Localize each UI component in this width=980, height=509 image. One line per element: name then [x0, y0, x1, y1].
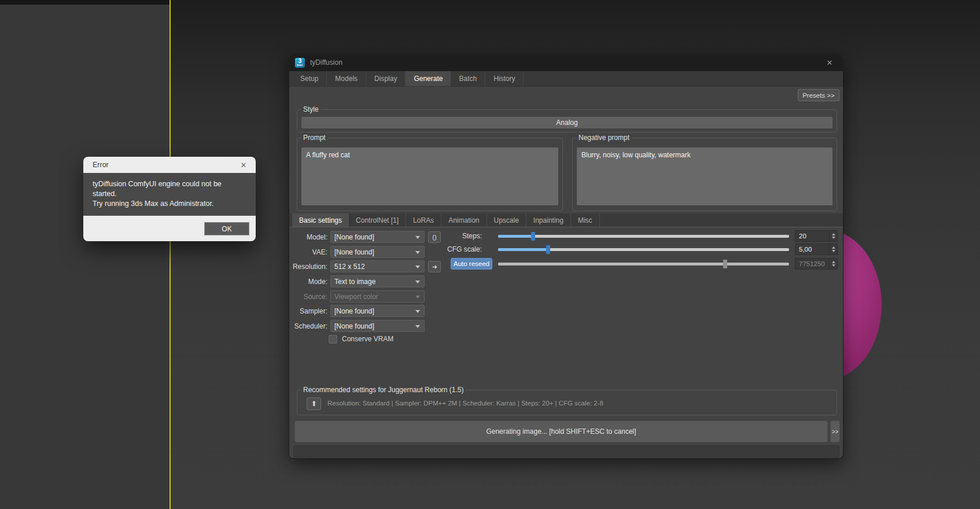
spinner-down-icon — [832, 264, 835, 267]
cfg-scale-label: CFG scale: — [436, 245, 482, 253]
cfg-scale-value: 5,00 — [795, 246, 829, 253]
tab-batch[interactable]: Batch — [451, 71, 485, 86]
prompt-group-label: Prompt — [301, 134, 328, 142]
mode-value: Text to image — [334, 278, 375, 286]
close-icon[interactable]: ✕ — [236, 157, 251, 173]
scheduler-row: Scheduler: [None found] — [290, 320, 425, 332]
scheduler-value: [None found] — [334, 322, 374, 330]
subtab-loras[interactable]: LoRAs — [406, 213, 441, 227]
source-row: Source: Viewport color — [290, 290, 425, 303]
source-label: Source: — [290, 293, 327, 301]
error-dialog-body: tyDiffusion ComfyUI engine could not be … — [83, 173, 256, 216]
error-message-line1: tyDiffusion ComfyUI engine could not be … — [93, 179, 246, 199]
status-expand-button[interactable]: >> — [830, 421, 840, 442]
3ds-max-icon: 3 MAX — [295, 58, 305, 68]
scheduler-label: Scheduler: — [290, 322, 327, 330]
seed-slider — [498, 263, 789, 265]
error-dialog-titlebar[interactable]: Error ✕ — [83, 157, 256, 173]
progress-strip — [293, 445, 839, 458]
mode-row: Mode: Text to image — [290, 275, 425, 287]
chevron-down-icon — [415, 310, 420, 313]
conserve-vram-label: Conserve VRAM — [342, 335, 393, 343]
sampler-value: [None found] — [334, 307, 374, 315]
negative-prompt-input[interactable]: Blurry, noisy, low quality, watermark — [577, 147, 832, 205]
tab-generate[interactable]: Generate — [406, 71, 451, 86]
steps-label: Steps: — [436, 232, 482, 240]
viewport-top-strip — [0, 0, 171, 5]
seed-row: Auto reseed 7751250 — [289, 258, 843, 270]
subtab-controlnet[interactable]: ControlNet [1] — [349, 213, 406, 227]
negative-prompt-group: Negative prompt Blurry, noisy, low quali… — [572, 138, 837, 211]
spinner-arrows[interactable] — [829, 244, 837, 254]
subtab-animation[interactable]: Animation — [441, 213, 487, 227]
style-selector-button[interactable]: Analog — [301, 117, 832, 128]
negative-prompt-group-label: Negative prompt — [576, 134, 632, 142]
subtab-misc[interactable]: Misc — [571, 213, 600, 227]
subtab-inpainting[interactable]: Inpainting — [526, 213, 571, 227]
sampler-label: Sampler: — [290, 307, 327, 315]
cfg-scale-slider[interactable] — [498, 248, 789, 251]
cfg-scale-row: CFG scale: 5,00 — [289, 244, 843, 255]
auto-reseed-button[interactable]: Auto reseed — [451, 258, 492, 270]
window-titlebar[interactable]: 3 MAX tyDiffusion ✕ — [289, 54, 843, 71]
spinner-arrows — [829, 259, 837, 269]
prompt-group: Prompt A fluffy red cat — [297, 138, 563, 211]
error-dialog-footer: OK — [83, 216, 256, 241]
spinner-up-icon[interactable] — [832, 246, 835, 249]
tab-setup[interactable]: Setup — [292, 71, 327, 86]
steps-slider[interactable] — [498, 235, 789, 238]
spinner-arrows[interactable] — [829, 231, 837, 241]
seed-slider-handle — [723, 260, 727, 268]
steps-spinner[interactable]: 20 — [795, 230, 838, 242]
subtab-upscale[interactable]: Upscale — [487, 213, 526, 227]
conserve-vram-checkbox[interactable] — [329, 335, 337, 344]
source-value: Viewport color — [334, 293, 378, 301]
style-group: Style Analog — [297, 109, 837, 132]
spinner-up-icon[interactable] — [832, 233, 835, 235]
seed-value: 7751250 — [795, 260, 829, 267]
cfg-slider-handle[interactable] — [546, 245, 550, 254]
scheduler-dropdown[interactable]: [None found] — [330, 320, 425, 332]
apply-recommended-button[interactable]: ⬆ — [307, 397, 321, 410]
subtab-basic-settings[interactable]: Basic settings — [292, 213, 349, 227]
mode-dropdown[interactable]: Text to image — [330, 275, 425, 287]
spinner-down-icon[interactable] — [832, 237, 835, 239]
3ds-max-icon-sub: MAX — [297, 64, 303, 67]
sampler-dropdown[interactable]: [None found] — [330, 305, 425, 317]
seed-slider-fill — [498, 263, 725, 265]
chevron-down-icon — [415, 281, 420, 283]
ok-button[interactable]: OK — [204, 222, 249, 235]
chevron-down-icon — [415, 296, 420, 298]
tab-models[interactable]: Models — [327, 71, 366, 86]
arrow-up-icon: ⬆ — [311, 400, 316, 408]
tab-display[interactable]: Display — [366, 71, 406, 86]
sampler-row: Sampler: [None found] — [290, 305, 425, 317]
window-title: tyDiffusion — [310, 58, 342, 67]
error-dialog: Error ✕ tyDiffusion ComfyUI engine could… — [83, 157, 256, 241]
seed-spinner: 7751250 — [795, 258, 838, 270]
steps-slider-handle[interactable] — [531, 232, 535, 241]
spinner-up-icon — [832, 261, 835, 263]
conserve-vram-row: Conserve VRAM — [329, 334, 393, 344]
cfg-slider-fill — [498, 248, 548, 251]
tydiffusion-window: 3 MAX tyDiffusion ✕ Setup Models Display… — [289, 53, 843, 459]
error-message-line2: Try running 3ds Max as Administrator. — [93, 199, 246, 209]
steps-slider-fill — [498, 235, 533, 238]
error-dialog-title: Error — [93, 161, 109, 169]
presets-button[interactable]: Presets >> — [798, 89, 839, 101]
chevron-down-icon — [415, 325, 420, 328]
cfg-scale-spinner[interactable]: 5,00 — [795, 244, 838, 255]
mode-label: Mode: — [290, 278, 327, 286]
settings-tab-bar: Basic settings ControlNet [1] LoRAs Anim… — [289, 213, 843, 227]
viewport-divider-line — [170, 0, 171, 509]
prompt-input[interactable]: A fluffy red cat — [301, 147, 558, 205]
main-tab-bar: Setup Models Display Generate Batch Hist… — [289, 71, 843, 87]
spinner-down-icon[interactable] — [832, 250, 835, 252]
style-group-label: Style — [301, 105, 321, 113]
generate-status-button[interactable]: Generating image... [hold SHIFT+ESC to c… — [294, 421, 828, 442]
steps-value: 20 — [795, 233, 829, 239]
tab-history[interactable]: History — [485, 71, 524, 86]
steps-row: Steps: 20 — [289, 230, 843, 242]
close-icon[interactable]: ✕ — [822, 54, 837, 71]
source-dropdown: Viewport color — [330, 290, 425, 303]
